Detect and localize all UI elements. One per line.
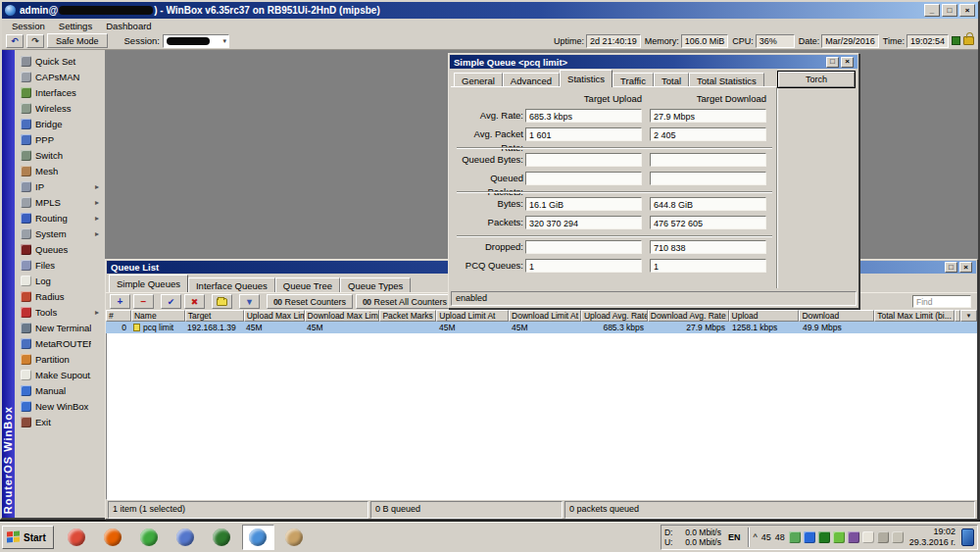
- column-header[interactable]: Upload Max Limit: [244, 310, 305, 322]
- display-tray-icon[interactable]: [789, 531, 801, 543]
- dialog-tab[interactable]: General: [454, 73, 503, 87]
- menu-item[interactable]: Settings: [53, 20, 98, 32]
- viber-tray-icon[interactable]: [848, 531, 859, 543]
- queued-bytes-upload-field[interactable]: [525, 153, 642, 167]
- sidebar-item[interactable]: New WinBox: [15, 398, 105, 414]
- add-button[interactable]: +: [110, 294, 130, 309]
- minimize-button[interactable]: _: [924, 4, 940, 17]
- safe-mode-button[interactable]: Safe Mode: [47, 33, 108, 48]
- language-indicator[interactable]: EN: [725, 532, 744, 542]
- sidebar-item[interactable]: Interfaces: [15, 84, 105, 100]
- queued-packets-upload-field[interactable]: [525, 172, 642, 185]
- dialog-tab[interactable]: Traffic: [612, 73, 654, 87]
- column-header[interactable]: Download Max Limit: [305, 310, 380, 322]
- avg-packet-rate-download-field[interactable]: 2 405: [650, 127, 766, 141]
- queue-list-tab[interactable]: Queue Tree: [275, 277, 340, 292]
- column-header[interactable]: Target: [185, 310, 244, 322]
- sidebar-item[interactable]: Log: [15, 273, 105, 288]
- column-selector-button[interactable]: ▼: [960, 310, 977, 322]
- sidebar-item[interactable]: CAPsMAN: [15, 69, 105, 84]
- packets-download-field[interactable]: 476 572 605: [650, 216, 766, 229]
- green-square-tray-icon[interactable]: [818, 531, 830, 543]
- dialog-tab[interactable]: Total Statistics: [689, 73, 764, 87]
- reset-counters-button[interactable]: 00 Reset Counters: [267, 294, 353, 309]
- sidebar-item[interactable]: New Terminal: [15, 320, 105, 335]
- hidden-icons-button[interactable]: ^: [754, 532, 758, 542]
- maximize-button[interactable]: □: [826, 57, 839, 68]
- sidebar-item[interactable]: Tools ▸: [15, 304, 105, 320]
- remove-button[interactable]: −: [133, 294, 154, 309]
- signal-tray-icon[interactable]: [877, 531, 889, 543]
- column-header[interactable]: Upload: [729, 310, 800, 322]
- dropped-download-field[interactable]: 710 838: [650, 240, 766, 254]
- dropped-upload-field[interactable]: [525, 240, 642, 254]
- avg-rate-upload-field[interactable]: 685.3 kbps: [525, 109, 642, 123]
- dialog-button[interactable]: Torch: [778, 72, 855, 87]
- sidebar-item[interactable]: System ▸: [15, 226, 105, 241]
- chrome-icon[interactable]: [61, 525, 93, 550]
- sidebar-item[interactable]: PPP: [15, 131, 105, 147]
- queue-list-tab[interactable]: Queue Types: [340, 277, 411, 292]
- column-header[interactable]: Upload Avg. Rate: [581, 310, 648, 322]
- sidebar-item[interactable]: Mesh: [15, 163, 105, 178]
- sidebar-item[interactable]: Quick Set: [15, 53, 105, 69]
- column-header[interactable]: #: [106, 310, 131, 322]
- queue-list-tab[interactable]: Simple Queues: [109, 275, 188, 292]
- enable-button[interactable]: ✔: [161, 294, 181, 309]
- bytes-upload-field[interactable]: 16.1 GiB: [525, 197, 642, 211]
- column-header[interactable]: Download Avg. Rate: [648, 310, 729, 322]
- redo-button[interactable]: ↷: [26, 34, 44, 48]
- queue-list-tab[interactable]: Interface Queues: [188, 277, 275, 292]
- pcq-queues-upload-field[interactable]: 1: [525, 259, 642, 273]
- queue-list-empty-area[interactable]: [106, 333, 977, 500]
- start-button[interactable]: Start: [2, 526, 54, 549]
- messenger-tray-icon[interactable]: [833, 531, 845, 543]
- winbox-taskbar-icon[interactable]: [242, 525, 274, 550]
- dialog-tab[interactable]: Total: [654, 73, 689, 87]
- queue-table-row-selected[interactable]: 0 pcq limit 192.168.1.39 45M 45M 45M 45M…: [106, 322, 977, 333]
- session-combo[interactable]: ▾: [163, 34, 229, 48]
- avg-packet-rate-upload-field[interactable]: 1 601: [525, 127, 642, 141]
- dialog-tab[interactable]: Advanced: [503, 73, 560, 87]
- clipboard-tray-icon[interactable]: [862, 531, 874, 543]
- restore-button[interactable]: □: [942, 4, 957, 17]
- sidebar-item[interactable]: Wireless: [15, 100, 105, 116]
- bytes-download-field[interactable]: 644.8 GiB: [650, 197, 766, 211]
- filter-button[interactable]: ▼: [239, 294, 260, 309]
- sidebar-item[interactable]: Exit: [15, 414, 105, 429]
- sidebar-item[interactable]: Files: [15, 257, 105, 273]
- firefox-icon[interactable]: [97, 525, 129, 550]
- sidebar-item[interactable]: IP ▸: [15, 178, 105, 194]
- sidebar-item[interactable]: MPLS ▸: [15, 194, 105, 210]
- pcq-queues-download-field[interactable]: 1: [650, 259, 766, 273]
- disable-button[interactable]: ✖: [184, 294, 205, 309]
- packets-upload-field[interactable]: 320 370 294: [525, 216, 642, 229]
- column-header[interactable]: Packet Marks: [379, 310, 436, 322]
- find-input[interactable]: [912, 295, 971, 308]
- column-header[interactable]: Download Limit At: [509, 310, 581, 322]
- close-button[interactable]: ×: [959, 4, 975, 17]
- volume-tray-icon[interactable]: [892, 531, 904, 543]
- comment-button[interactable]: [212, 294, 232, 309]
- column-header[interactable]: Total Max Limit (bi...: [874, 310, 955, 322]
- tree-app-icon[interactable]: [206, 525, 238, 550]
- pie-app-icon[interactable]: [170, 525, 202, 550]
- close-button[interactable]: ×: [959, 262, 972, 273]
- queued-packets-download-field[interactable]: [650, 172, 766, 185]
- column-header[interactable]: Upload Limit At: [436, 310, 509, 322]
- queued-bytes-download-field[interactable]: [650, 153, 766, 167]
- sidebar-item[interactable]: Make Supout.rif: [15, 367, 105, 382]
- maximize-button[interactable]: □: [945, 262, 957, 273]
- show-desktop-icon[interactable]: [961, 528, 974, 546]
- sidebar-item[interactable]: MetaROUTER: [15, 335, 105, 351]
- undo-button[interactable]: ↶: [6, 34, 24, 48]
- blue-app-tray-icon[interactable]: [804, 531, 815, 543]
- menu-item[interactable]: Dashboard: [100, 20, 157, 32]
- column-header[interactable]: Name: [131, 310, 185, 322]
- avg-rate-download-field[interactable]: 27.9 Mbps: [650, 109, 766, 123]
- menu-item[interactable]: Session: [6, 20, 51, 32]
- sidebar-item[interactable]: Switch: [15, 147, 105, 163]
- green-app-icon[interactable]: [133, 525, 166, 550]
- sidebar-item[interactable]: Radius: [15, 288, 105, 304]
- sidebar-item[interactable]: Routing ▸: [15, 210, 105, 226]
